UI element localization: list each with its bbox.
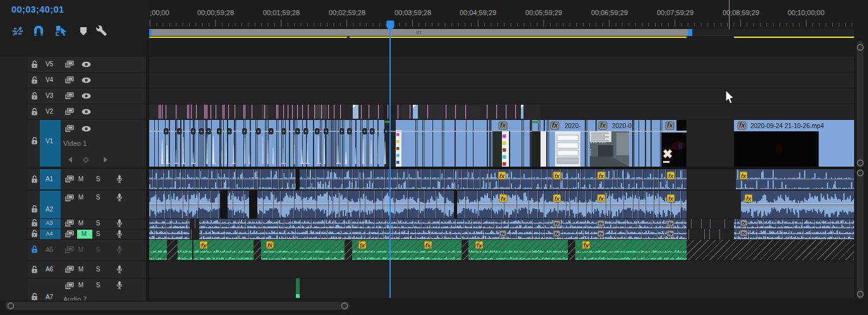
svg-text:fx: fx (668, 196, 674, 202)
svg-text:2020-: 2020- (565, 122, 581, 129)
svg-text:fx: fx (599, 221, 604, 227)
svg-text:fx: fx (501, 231, 506, 237)
svg-text:fx: fx (668, 221, 673, 227)
svg-text:fx: fx (746, 196, 752, 202)
svg-text:fx: fx (742, 230, 747, 236)
svg-text:fx: fx (741, 173, 747, 179)
svg-text:fx: fx (501, 196, 506, 202)
svg-text:fx: fx (599, 231, 604, 237)
svg-text:fx: fx (742, 220, 747, 226)
svg-text:fx: fx (600, 122, 606, 129)
svg-text:fx: fx (499, 173, 505, 179)
svg-text:fx: fx (552, 122, 558, 129)
svg-text:2020-0: 2020-0 (612, 122, 632, 129)
svg-text:fx: fx (668, 173, 674, 179)
svg-text:fx: fx (599, 196, 604, 202)
svg-text:fx: fx (739, 122, 745, 129)
svg-text:fx: fx (554, 221, 559, 227)
svg-text:fx: fx (554, 196, 560, 202)
svg-text:fx: fx (668, 231, 673, 237)
svg-text:fx: fx (500, 122, 506, 129)
svg-text:fx: fx (667, 122, 673, 129)
svg-text:2020-09-24 21-10-26.mp4: 2020-09-24 21-10-26.mp4 (750, 122, 824, 129)
svg-text:fx: fx (554, 173, 560, 179)
svg-text:fx: fx (599, 173, 604, 179)
svg-text:fx: fx (554, 231, 559, 237)
